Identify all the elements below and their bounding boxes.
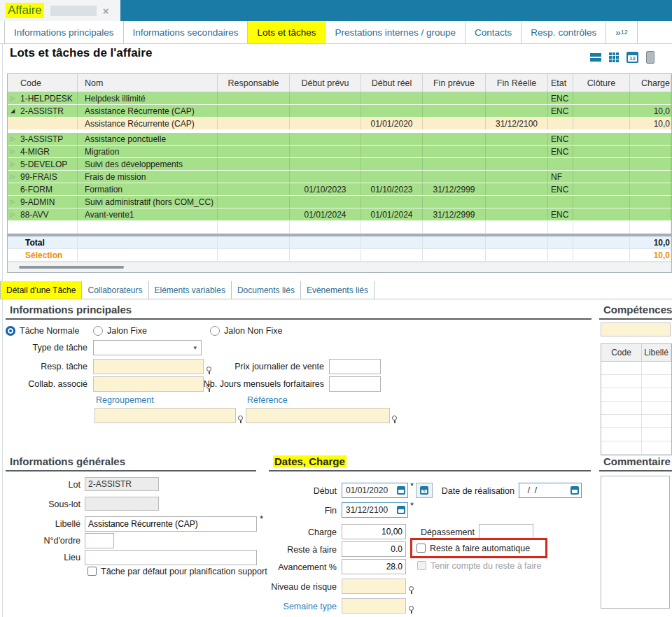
table-row[interactable]: 99-FRAIS Frais de mission NF (8, 171, 671, 183)
tab-lots-et-taches[interactable]: Lots et tâches (248, 21, 326, 43)
radio-tache-normale[interactable]: Tâche Normale (6, 324, 79, 336)
competence-row[interactable] (601, 362, 671, 375)
tab-elements-variables[interactable]: Eléments variables (149, 281, 232, 299)
lookup-icon[interactable] (206, 367, 212, 374)
competences-filter-input[interactable] (601, 322, 671, 336)
competence-row[interactable] (601, 388, 671, 402)
calendar-view-icon[interactable]: 12 (626, 52, 638, 63)
tab-evenements-lies[interactable]: Evènements liés (301, 281, 374, 299)
table-row[interactable]: 1-HELPDESK Helpdesk illimité ENC (8, 92, 671, 105)
lookup-icon[interactable] (409, 606, 414, 614)
expand-icon[interactable] (10, 149, 20, 155)
avancement-input[interactable] (342, 559, 406, 574)
table-row[interactable]: 6-FORM Formation 01/10/2023 01/10/2023 3… (8, 183, 671, 196)
regroupement-label[interactable]: Regroupement (96, 395, 180, 405)
tab-detail-tache[interactable]: Détail d'une Tâche (0, 281, 82, 299)
col-debut-reel[interactable]: Début réel (361, 74, 423, 92)
radio-jalon-non-fixe[interactable]: Jalon Non Fixe (210, 324, 282, 336)
lookup-icon[interactable] (409, 586, 414, 594)
prix-journalier-input[interactable] (329, 359, 381, 374)
col-charge[interactable]: Charge (630, 74, 671, 92)
redacted-text (50, 6, 97, 16)
resp-tache-input[interactable] (93, 359, 204, 374)
clipped-toolbar-icon[interactable] (646, 51, 654, 64)
col-code[interactable]: Code (8, 74, 78, 92)
col-responsable[interactable]: Responsable (218, 74, 290, 92)
table-row[interactable]: 5-DEVELOP Suivi des développements (8, 158, 671, 171)
tab-resp-controles[interactable]: Resp. contrôles (522, 21, 606, 43)
lookup-icon[interactable] (392, 416, 398, 423)
calendar-icon[interactable] (570, 486, 579, 495)
tab-contacts[interactable]: Contacts (465, 21, 522, 43)
competence-row[interactable] (601, 402, 671, 415)
calendar-icon[interactable] (397, 506, 405, 514)
competence-row[interactable] (601, 415, 671, 428)
fin-date-field[interactable]: 31/12/2100 (342, 502, 408, 518)
date-realisation-field[interactable]: / / (519, 483, 582, 498)
nb-jours-input[interactable] (329, 376, 381, 392)
col-etat[interactable]: Etat (548, 74, 573, 92)
lieu-input[interactable] (85, 550, 257, 565)
horizontal-scrollbar[interactable] (8, 262, 671, 272)
table-row[interactable]: 9-ADMIN Suivi administratif (hors COM_CC… (8, 196, 671, 208)
expand-icon[interactable] (10, 96, 20, 101)
calendar-button[interactable]: 5 (416, 483, 433, 498)
expand-icon[interactable] (10, 136, 20, 142)
col-competence-code[interactable]: Code (601, 344, 642, 361)
charge-input[interactable] (342, 524, 406, 539)
expand-icon[interactable] (10, 212, 20, 218)
collapse-icon[interactable] (10, 108, 20, 114)
type-tache-select[interactable] (93, 340, 202, 355)
competence-row[interactable] (601, 375, 671, 388)
list-view-icon[interactable] (590, 53, 601, 62)
depassement-input[interactable] (479, 524, 533, 539)
tab-overflow[interactable]: 12 (606, 21, 638, 43)
planification-checkbox[interactable] (88, 567, 97, 576)
niveau-risque-input[interactable] (342, 579, 406, 594)
commentaire-textarea[interactable] (601, 476, 670, 609)
scrollbar-thumb[interactable] (19, 266, 124, 269)
table-row-empty[interactable] (8, 221, 671, 234)
reste-auto-checkbox[interactable] (416, 544, 426, 553)
col-cloture[interactable]: Clôture (573, 74, 630, 92)
col-fin-reelle[interactable]: Fin Réelle (486, 74, 548, 92)
radio-icon[interactable] (93, 326, 103, 336)
competence-row[interactable] (601, 428, 671, 441)
expand-icon[interactable] (10, 174, 20, 180)
col-fin-prevue[interactable]: Fin prévue (423, 74, 486, 92)
close-icon[interactable] (103, 6, 109, 16)
debut-date-field[interactable]: 01/01/2020 (342, 483, 408, 498)
lookup-icon[interactable] (238, 416, 244, 423)
reference-label[interactable]: Référence (247, 395, 331, 405)
table-row-child[interactable]: Assistance Récurrente (CAP) 01/01/2020 3… (8, 118, 671, 130)
radio-selected-icon[interactable] (6, 326, 15, 336)
reference-input[interactable] (246, 408, 390, 423)
table-row[interactable]: 88-AVV Avant-vente1 01/01/2024 01/01/202… (8, 208, 671, 221)
semaine-type-input[interactable] (342, 598, 406, 614)
reste-a-faire-input[interactable] (342, 541, 406, 557)
table-row[interactable]: 2-ASSISTR Assistance Récurrente (CAP) EN… (8, 105, 671, 118)
tab-informations-principales[interactable]: Informations principales (4, 21, 124, 43)
col-nom[interactable]: Nom (78, 74, 218, 92)
semaine-type-label[interactable]: Semaine type (269, 602, 337, 611)
radio-jalon-fixe[interactable]: Jalon Fixe (93, 324, 147, 336)
collab-associe-input[interactable] (93, 376, 204, 392)
competence-row[interactable] (601, 441, 671, 455)
expand-icon[interactable] (10, 199, 20, 205)
col-debut-prevu[interactable]: Début prévu (290, 74, 361, 92)
window-tab[interactable]: Affaire (0, 0, 120, 21)
regroupement-input[interactable] (94, 408, 236, 423)
tab-documents-lies[interactable]: Documents liés (232, 281, 301, 299)
tab-prestations-internes[interactable]: Prestations internes / groupe (326, 21, 465, 43)
tab-collaborateurs[interactable]: Collaborateurs (82, 281, 148, 299)
num-ordre-input[interactable] (85, 533, 114, 548)
grid-view-icon[interactable] (609, 52, 619, 62)
table-row[interactable]: 3-ASSISTP Assistance ponctuelle ENC (8, 133, 671, 146)
col-competence-libelle[interactable]: Libellé (642, 344, 671, 361)
radio-icon[interactable] (210, 326, 220, 336)
calendar-icon[interactable] (397, 486, 405, 495)
expand-icon[interactable] (10, 162, 20, 167)
libelle-input[interactable] (85, 516, 257, 532)
table-row[interactable]: 4-MIGR Migration ENC (8, 146, 671, 158)
tab-informations-secondaires[interactable]: Informations secondaires (124, 21, 248, 43)
